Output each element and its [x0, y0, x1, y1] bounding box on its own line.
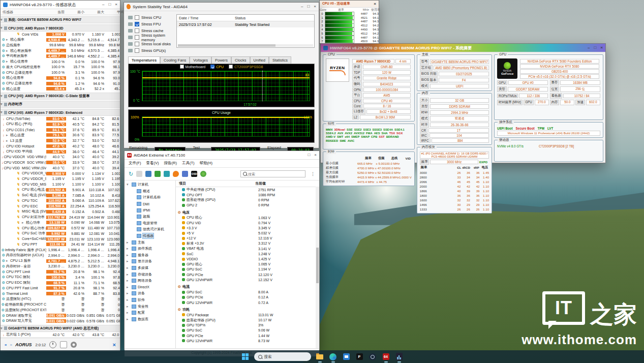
sensor-row[interactable]: ↓CPU IOD 平均值44.9 °C36.0 °C46.4 °C44.1 °C: [1, 149, 120, 155]
sidebar-item-电源管理[interactable]: 电源管理: [125, 220, 175, 227]
log-row[interactable]: 2025/7/23 17:57:02Stability Test Started: [177, 21, 314, 27]
maximize-icon[interactable]: □: [108, 3, 111, 7]
expand-chevron-icon[interactable]: ▸: [6, 139, 10, 143]
tab-coolingfans[interactable]: Cooling Fans: [160, 56, 190, 64]
sensor-item[interactable]: GPU PCIe12.120 V: [176, 272, 319, 277]
minimize-icon[interactable]: –: [588, 46, 590, 50]
sensor-row[interactable]: ↯Core+SoC+MISC 功率 (SVI…120.097 W23.011 W…: [1, 236, 120, 242]
sensor-row[interactable]: ⊙Thermal Limit87.3 %42.6 %88.7 %83.8 %: [1, 291, 120, 296]
taskbar-item-edge[interactable]: [329, 352, 338, 361]
sensor-item[interactable]: GPU 12VHPWR0.72 A: [176, 300, 319, 305]
minimize-icon[interactable]: –: [102, 3, 104, 7]
checkbox[interactable]: [135, 28, 139, 33]
sidebar-item-软件[interactable]: ▸软件: [125, 297, 175, 304]
sidebar-item-DirectX[interactable]: ▸DirectX: [125, 284, 175, 291]
sensor-section[interactable]: ⊙电压: [176, 210, 319, 215]
sensor-row[interactable]: ⊙▸CPU L3 频率4,781.7 …4,875.2 …5,212.5 …4,…: [1, 258, 120, 264]
sensor-group-header[interactable]: ▾系统: GIGABYTE B850M AORUS PRO WIFI7: [1, 16, 120, 23]
close-icon[interactable]: ×: [314, 5, 316, 9]
sidebar-item-操作系统[interactable]: ▸操作系统: [125, 246, 175, 252]
sidebar-item-超频[interactable]: 超频: [125, 214, 175, 220]
sidebar-item-主板[interactable]: ▸主板: [125, 239, 175, 246]
sensor-row[interactable]: ↓CPU CCD1 (Tdie)84.1 °C37.6 °C85.9 °C81.…: [1, 127, 120, 133]
sensor-item[interactable]: CPU Package113.01 W: [176, 312, 319, 317]
sensor-item[interactable]: CPU VID0.794 V: [176, 220, 319, 225]
sensor-row[interactable]: ↓▸核心温度79.1 °C30.6 °C83.9 °C77.5 °C: [1, 133, 120, 138]
sensor-row[interactable]: ⊙CPU 总体使用率100.0 %3.1 %100.0 %97.9 %: [1, 70, 120, 75]
sensor-section[interactable]: ⊙电流: [176, 284, 319, 289]
sidebar-item-设备[interactable]: ▸设备: [125, 290, 175, 297]
sensor-row[interactable]: ↯CPU EDC116.500 A22.254 A125.254 A116.50…: [1, 203, 120, 209]
sensor-item[interactable]: GPU 核心1.065 V: [176, 262, 319, 267]
tab-unified[interactable]: Unified: [250, 56, 269, 64]
sensor-item[interactable]: VBAT 电池3.141 V: [176, 246, 319, 251]
report-icon[interactable]: [60, 341, 67, 348]
maximize-icon[interactable]: □: [594, 46, 596, 50]
menu-item[interactable]: 工具(T): [182, 161, 195, 166]
sidebar-item-安全性[interactable]: ▸安全性: [125, 303, 175, 310]
sensor-row[interactable]: ↯SoC 电流 (SVI3 TFN)8.196 A7.085 A10.102 A…: [1, 193, 120, 198]
taskbar-item-perfmon[interactable]: [395, 352, 404, 361]
expand-chevron-icon[interactable]: ▸: [6, 59, 10, 64]
stress-option[interactable]: Stress system memory: [128, 34, 176, 41]
expand-chevron-icon[interactable]: ▸: [6, 133, 10, 137]
sensor-item[interactable]: +12 V12.116 V: [176, 236, 319, 241]
sensor-item[interactable]: GPU SoC9.06 W: [176, 328, 319, 333]
refresh-icon[interactable]: ↻: [129, 171, 133, 177]
close-icon[interactable]: ×: [374, 2, 376, 6]
sensor-item[interactable]: CPU OPT1086 RPM: [176, 192, 319, 197]
sensor-row[interactable]: ↓CPU VDDCR_SOC VRM (SV…38.0 °C33.9 °C38.…: [1, 160, 120, 165]
menu-item[interactable]: 报告(R): [164, 161, 177, 166]
globe-icon[interactable]: [200, 171, 206, 177]
more-options-icon[interactable]: ⋮: [311, 171, 315, 176]
sensor-row[interactable]: ⊙Infinity Fabric 频率 (FCLK)1,996.4 …1,996…: [1, 247, 120, 253]
sensor-row[interactable]: ⊙处理器降频 (PROCHOT CPU)否否否0 %: [1, 302, 120, 308]
sensor-row[interactable]: ⊙内存时钟 - 全部3,230.0 …3,230.0 …3,230.0 …3,2…: [1, 264, 120, 269]
sensor-row[interactable]: ↓CPU IOD Hotspot47.0 °C40.2 °C48.0 °C46.…: [1, 143, 120, 149]
sensor-row[interactable]: ↯CPU SoC 功率 (SVI3 TFN)9.992 W9.881 W12.0…: [1, 231, 120, 236]
tab-temperatures[interactable]: Temperatures: [128, 56, 160, 64]
report-icon[interactable]: [136, 171, 142, 177]
sidebar-item-概述[interactable]: 概述: [125, 188, 175, 195]
memory-icon[interactable]: [155, 171, 161, 177]
minimize-icon[interactable]: –: [301, 5, 303, 9]
hwinfo-titlebar[interactable]: HWiNFO64 v8.29-5770 - 传感器状态 –□×: [1, 1, 120, 9]
menu-item[interactable]: 文件(F): [129, 161, 141, 166]
sensor-row[interactable]: ↯CPU VDD_MISC 电压 (SVI…1.100 V1.100 V1.10…: [1, 182, 120, 187]
stress-option[interactable]: Stress CPU: [128, 14, 176, 21]
sensor-group-header[interactable]: ▾CPU [#0]: AMD Ryzen 7 9800X3D: [1, 24, 120, 32]
computer-icon[interactable]: [145, 171, 151, 177]
sidebar-item-数据库[interactable]: ▸数据库: [125, 316, 175, 322]
menu-item[interactable]: 帮助(H): [200, 161, 212, 166]
tab-clocks[interactable]: Clocks: [231, 56, 250, 64]
sidebar-item-IPMI[interactable]: IPMI: [125, 207, 175, 214]
sensor-item[interactable]: 中央处理器 (CPU)2751 RPM: [176, 187, 319, 192]
sensor-row[interactable]: ↓CPU VDD_MISC VRM (SVI…40.0 °C37.0 °C40.…: [1, 165, 120, 171]
sensor-item[interactable]: +3.3 V3.345 V: [176, 225, 319, 230]
sensor-item[interactable]: 标准 +3.3V3.312 V: [176, 241, 319, 246]
gear-icon[interactable]: [71, 342, 77, 348]
sensor-row[interactable]: ⊙平均有效频率4,469.7 …146.8 MHz4,552.2 …4,385.…: [1, 53, 120, 59]
network-icon[interactable]: [164, 171, 170, 177]
taskbar-item-explorer[interactable]: [316, 352, 324, 361]
sensor-row[interactable]: ⊙▸核心有效频率4,469.7 …5.0 MHz4,570.5 …4,385.4…: [1, 48, 120, 53]
back-arrows-icon[interactable]: «: [5, 343, 6, 347]
taskbar-item-aida64[interactable]: 64: [382, 352, 390, 361]
sensor-row[interactable]: ⊙温度限制 (PROCHOT EXT)否否否0 %: [1, 308, 120, 313]
panel-scrollbar[interactable]: [316, 187, 319, 348]
cpu-monitor-titlebar[interactable]: CPU #0 - 活动速率 ×: [320, 1, 379, 8]
sensor-row[interactable]: ⊙温度限制 (HTC)否否否0 %: [1, 296, 120, 302]
tab-powers[interactable]: Powers: [211, 56, 231, 64]
benchmark-icon[interactable]: [182, 171, 188, 177]
sensor-item[interactable]: VDDIO1.425 V: [176, 256, 319, 261]
sensor-item[interactable]: GPU 12VHPWR8.73 W: [176, 338, 319, 343]
sensor-group-header[interactable]: ▾CPU [#0]: AMD Ryzen 7 9800X3D: Enhanced: [1, 109, 120, 116]
sensor-item[interactable]: GPU SoC1.194 V: [176, 267, 319, 272]
stress-option[interactable]: Stress FPU: [128, 21, 176, 27]
sensor-row[interactable]: ↓CPU (Tctl/Tdie)83.0 °C42.1 °C84.8 °C82.…: [1, 116, 120, 122]
sensor-row[interactable]: ⊙内存控制器时钟 (UCLK)2,994.0 …2,994.0 …2,994.0…: [1, 253, 120, 258]
sensor-row[interactable]: ⊙总线频率99.8 MHz99.8 MHz99.8 MHz99.8 MHz: [1, 43, 120, 48]
legend-checkbox[interactable]: [210, 65, 214, 69]
expand-chevron-icon[interactable]: ▸: [6, 38, 10, 42]
sensor-row[interactable]: ↯CPU 核心电流 (SVI3 TFN)110.502 A5.901 A110.…: [1, 187, 120, 193]
